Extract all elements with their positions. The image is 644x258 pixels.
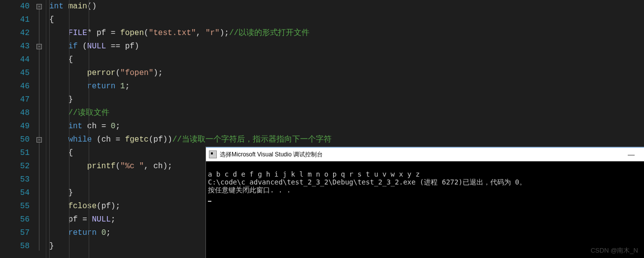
line-number: 44 bbox=[0, 53, 30, 67]
code-line[interactable]: FILE* pf = fopen("test.txt", "r");//以读的形… bbox=[49, 27, 644, 40]
line-number: 42 bbox=[0, 27, 30, 40]
console-output[interactable]: a b c d e f g h i j k l m n o p q r s t … bbox=[206, 161, 644, 203]
console-line: a b c d e f g h i j k l m n o p q r s t … bbox=[208, 170, 420, 178]
line-number: 49 bbox=[0, 120, 30, 133]
fold-toggle-icon[interactable]: - bbox=[36, 44, 42, 49]
line-number: 45 bbox=[0, 67, 30, 80]
code-line[interactable]: { bbox=[49, 53, 644, 67]
code-line[interactable]: } bbox=[49, 93, 644, 107]
line-number: 46 bbox=[0, 80, 30, 93]
fold-column[interactable]: - - - bbox=[34, 0, 46, 258]
code-line[interactable]: perror("fopen"); bbox=[49, 67, 644, 80]
line-number: 51 bbox=[0, 147, 30, 160]
fold-toggle-icon[interactable]: - bbox=[36, 4, 42, 9]
line-number: 53 bbox=[0, 173, 30, 186]
code-line[interactable]: return 1; bbox=[49, 80, 644, 93]
line-number: 40 bbox=[0, 0, 30, 13]
code-line[interactable]: while (ch = fgetc(pf))//当读取一个字符后，指示器指向下一… bbox=[49, 133, 644, 147]
line-number: 50 bbox=[0, 133, 30, 147]
console-title: 选择Microsoft Visual Studio 调试控制台 bbox=[220, 150, 323, 159]
code-line[interactable]: int main() bbox=[49, 0, 644, 13]
line-number-gutter: 40 41 42 43 44 45 46 47 48 49 50 51 52 5… bbox=[0, 0, 34, 258]
line-number: 43 bbox=[0, 40, 30, 53]
minimize-button[interactable]: — bbox=[621, 150, 641, 158]
line-number: 58 bbox=[0, 240, 30, 253]
code-line[interactable]: int ch = 0; bbox=[49, 120, 644, 133]
line-number: 55 bbox=[0, 200, 30, 213]
console-app-icon bbox=[209, 150, 217, 158]
line-number: 47 bbox=[0, 93, 30, 107]
fold-toggle-icon[interactable]: - bbox=[36, 137, 42, 143]
code-line[interactable]: { bbox=[49, 13, 644, 27]
line-number: 54 bbox=[0, 186, 30, 200]
line-number: 41 bbox=[0, 13, 30, 27]
console-titlebar[interactable]: 选择Microsoft Visual Studio 调试控制台 — bbox=[206, 147, 644, 161]
console-line: 按任意键关闭此窗口. . . bbox=[208, 186, 291, 194]
console-line: C:\code\c_advanced\test_2_3_2\Debug\test… bbox=[208, 178, 526, 186]
line-number: 57 bbox=[0, 226, 30, 240]
line-number: 48 bbox=[0, 107, 30, 120]
console-cursor bbox=[208, 201, 211, 202]
code-line[interactable]: //读取文件 bbox=[49, 107, 644, 120]
line-number: 56 bbox=[0, 213, 30, 226]
line-number: 52 bbox=[0, 160, 30, 173]
code-line[interactable]: if (NULL == pf) bbox=[49, 40, 644, 53]
debug-console-window[interactable]: 选择Microsoft Visual Studio 调试控制台 — a b c … bbox=[206, 147, 644, 258]
